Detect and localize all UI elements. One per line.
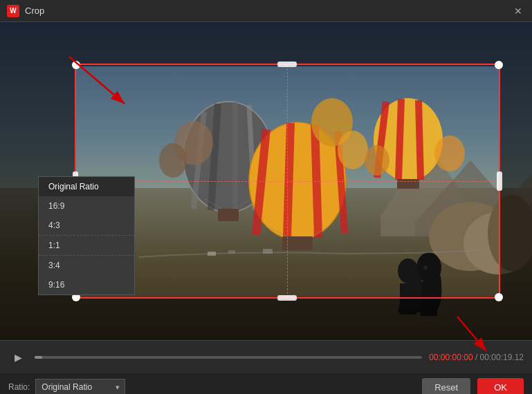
ratio-select-wrapper: Original Ratio 16:9 4:3 1:1 3:4 9:16	[35, 379, 125, 394]
reset-button[interactable]: Reset	[422, 378, 470, 395]
ratio-dropdown-menu: Original Ratio 16:9 4:3 1:1 3:4 9:16	[38, 176, 135, 295]
ratio-menu-original[interactable]: Original Ratio	[39, 177, 134, 196]
crop-handle-top-left[interactable]	[72, 61, 80, 69]
ratio-select[interactable]: Original Ratio 16:9 4:3 1:1 3:4 9:16	[35, 379, 125, 394]
crop-handle-bottom-right[interactable]	[495, 293, 503, 301]
time-separator: /	[475, 353, 480, 362]
ratio-menu-1-1[interactable]: 1:1	[39, 236, 134, 256]
crop-overlay-bottom	[75, 299, 500, 340]
ratio-menu-3-4[interactable]: 3:4	[39, 256, 134, 275]
timeline-progress	[35, 356, 42, 359]
crop-handle-right[interactable]	[497, 171, 502, 191]
title-left: W Crop	[7, 5, 44, 17]
title-bar: W Crop ✕	[0, 0, 532, 22]
window-title: Crop	[25, 6, 44, 16]
ratio-label: Ratio:	[8, 382, 30, 392]
ratio-select-container: Ratio: Original Ratio 16:9 4:3 1:1 3:4 9…	[8, 379, 125, 394]
time-total: 00:00:19.12	[480, 353, 524, 362]
controls-bar: Ratio: Original Ratio 16:9 4:3 1:1 3:4 9…	[0, 373, 532, 394]
ratio-menu-16-9[interactable]: 16:9	[39, 196, 134, 216]
crop-box[interactable]	[75, 64, 500, 299]
close-button[interactable]: ✕	[511, 4, 525, 18]
crop-overlay-top	[75, 22, 500, 66]
video-preview-area: Original Ratio 16:9 4:3 1:1 3:4 9:16	[0, 22, 532, 340]
crop-vertical-guide	[287, 65, 288, 297]
ok-button[interactable]: OK	[477, 378, 524, 395]
crop-handle-bottom[interactable]	[277, 295, 297, 301]
ratio-menu-4-3[interactable]: 4:3	[39, 216, 134, 236]
crop-handle-top[interactable]	[277, 62, 297, 67]
time-display: 00:00:00:00 / 00:00:19.12	[429, 353, 524, 362]
crop-handle-top-right[interactable]	[495, 61, 503, 69]
action-buttons: Reset OK	[422, 378, 524, 395]
playback-bar: ▶ 00:00:00:00 / 00:00:19.12	[0, 340, 532, 373]
time-current: 00:00:00:00	[429, 353, 473, 362]
ratio-menu-9-16[interactable]: 9:16	[39, 275, 134, 294]
play-button[interactable]: ▶	[8, 348, 28, 367]
timeline[interactable]	[35, 356, 422, 359]
crop-overlay-right	[500, 22, 532, 340]
app-icon: W	[7, 5, 19, 17]
